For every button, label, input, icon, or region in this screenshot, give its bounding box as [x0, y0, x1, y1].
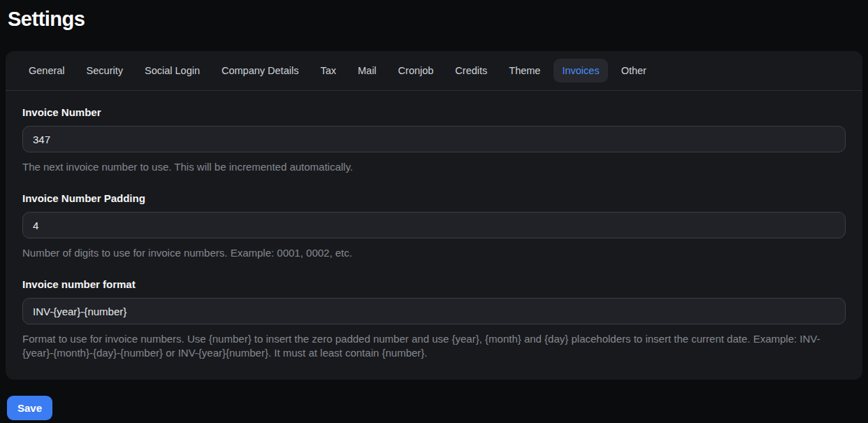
- settings-card: General Security Social Login Company De…: [6, 51, 862, 380]
- tab-tax[interactable]: Tax: [312, 59, 345, 83]
- tab-mail[interactable]: Mail: [349, 59, 385, 83]
- invoice-number-field-group: Invoice Number The next invoice number t…: [22, 106, 846, 174]
- invoice-number-format-input[interactable]: [22, 298, 846, 324]
- tab-social-login[interactable]: Social Login: [136, 59, 208, 83]
- tab-company-details[interactable]: Company Details: [213, 59, 307, 83]
- invoice-number-label: Invoice Number: [22, 106, 846, 118]
- tab-credits[interactable]: Credits: [447, 59, 496, 83]
- invoice-number-format-field-group: Invoice number format Format to use for …: [22, 278, 846, 360]
- page-title: Settings: [0, 0, 868, 31]
- settings-tab-bar: General Security Social Login Company De…: [6, 51, 862, 91]
- tab-cronjob[interactable]: Cronjob: [390, 59, 442, 83]
- tab-security[interactable]: Security: [78, 59, 131, 83]
- tab-general[interactable]: General: [20, 59, 73, 83]
- invoice-number-format-label: Invoice number format: [22, 278, 846, 290]
- tab-invoices[interactable]: Invoices: [554, 59, 607, 83]
- invoices-settings-panel: Invoice Number The next invoice number t…: [6, 91, 862, 380]
- tab-theme[interactable]: Theme: [500, 59, 549, 83]
- save-button[interactable]: Save: [7, 396, 52, 420]
- invoice-number-format-help-text: Format to use for invoice numbers. Use {…: [22, 332, 846, 360]
- invoice-number-padding-help-text: Number of digits to use for invoice numb…: [22, 246, 846, 260]
- invoice-number-padding-field-group: Invoice Number Padding Number of digits …: [22, 192, 846, 260]
- tab-other[interactable]: Other: [613, 59, 655, 83]
- invoice-number-padding-input[interactable]: [22, 212, 846, 238]
- invoice-number-help-text: The next invoice number to use. This wil…: [22, 160, 846, 174]
- invoice-number-padding-label: Invoice Number Padding: [22, 192, 846, 204]
- invoice-number-input[interactable]: [22, 126, 846, 152]
